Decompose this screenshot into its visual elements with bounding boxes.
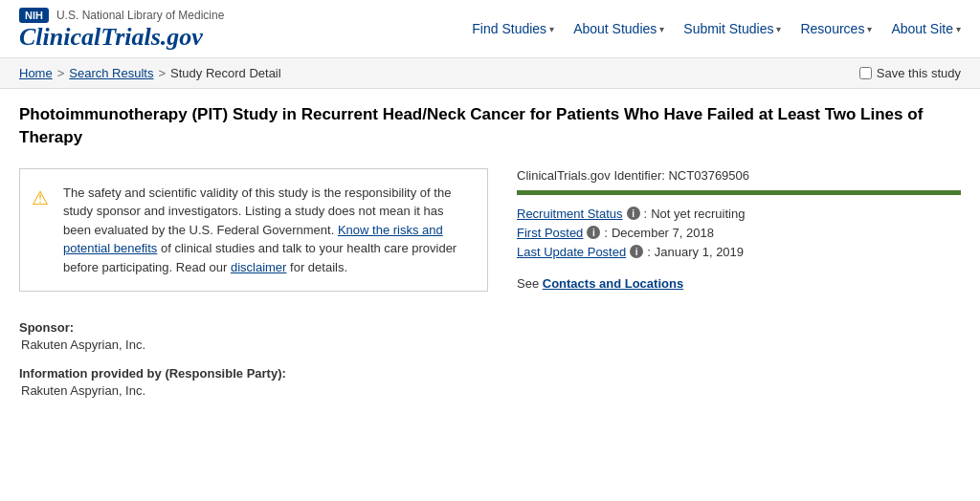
chevron-down-icon: ▾ [956, 24, 961, 34]
first-posted-info-icon[interactable]: i [587, 226, 600, 239]
warning-text-end2: for details. [290, 260, 347, 274]
last-update-label[interactable]: Last Update Posted [517, 245, 626, 259]
nav-about-site[interactable]: About Site ▾ [891, 21, 961, 36]
nav-submit-studies[interactable]: Submit Studies ▾ [683, 21, 781, 36]
disclaimer-link[interactable]: disclaimer [231, 260, 287, 274]
nav-resources[interactable]: Resources ▾ [800, 21, 872, 36]
recruitment-status-label[interactable]: Recruitment Status [517, 207, 623, 221]
status-table: Recruitment Status i : Not yet recruitin… [517, 207, 961, 291]
identifier-number: NCT03769506 [668, 168, 749, 183]
breadcrumb-sep-2: > [158, 66, 166, 80]
sponsor-label: Sponsor: [19, 320, 961, 335]
breadcrumb-bar: Home > Search Results > Study Record Det… [0, 58, 980, 89]
first-posted-row: First Posted i : December 7, 2018 [517, 226, 961, 240]
save-study-checkbox[interactable] [859, 67, 872, 79]
site-title[interactable]: ClinicalTrials.gov [19, 25, 224, 50]
study-title: Photoimmunotherapy (PIT) Study in Recurr… [19, 103, 961, 149]
recruitment-status-value: Not yet recruiting [651, 207, 745, 221]
main-content: Photoimmunotherapy (PIT) Study in Recurr… [0, 89, 980, 426]
site-header: NIH U.S. National Library of Medicine Cl… [0, 0, 980, 58]
responsible-party-value: Rakuten Aspyrian, Inc. [19, 383, 961, 398]
chevron-down-icon: ▾ [659, 24, 664, 34]
last-update-value: January 1, 2019 [655, 245, 744, 259]
warning-icon: ⚠ [32, 184, 49, 212]
contacts-row: See Contacts and Locations [517, 269, 961, 291]
warning-box: ⚠ The safety and scientific validity of … [19, 168, 488, 293]
content-grid: ⚠ The safety and scientific validity of … [19, 168, 961, 293]
sponsor-section: Sponsor: Rakuten Aspyrian, Inc. Informat… [19, 320, 961, 398]
last-update-row: Last Update Posted i : January 1, 2019 [517, 245, 961, 259]
chevron-down-icon: ▾ [867, 24, 872, 34]
responsible-party-label: Information provided by (Responsible Par… [19, 366, 961, 381]
breadcrumb: Home > Search Results > Study Record Det… [19, 66, 281, 80]
last-update-info-icon[interactable]: i [630, 245, 643, 258]
breadcrumb-current: Study Record Detail [170, 66, 281, 80]
breadcrumb-search-results[interactable]: Search Results [69, 66, 153, 80]
identifier-label: ClinicalTrials.gov Identifier: [517, 168, 665, 183]
recruitment-status-row: Recruitment Status i : Not yet recruitin… [517, 207, 961, 221]
recruitment-info-icon[interactable]: i [627, 207, 640, 220]
sponsor-value: Rakuten Aspyrian, Inc. [19, 338, 961, 352]
see-label: See [517, 276, 539, 291]
save-study-label: Save this study [877, 66, 961, 80]
first-posted-value: December 7, 2018 [612, 226, 714, 240]
chevron-down-icon: ▾ [776, 24, 781, 34]
nih-text: U.S. National Library of Medicine [56, 9, 224, 22]
recruitment-bar [517, 190, 961, 195]
ct-identifier: ClinicalTrials.gov Identifier: NCT037695… [517, 168, 961, 183]
contacts-locations-link[interactable]: Contacts and Locations [543, 276, 683, 291]
logo-area: NIH U.S. National Library of Medicine Cl… [19, 8, 224, 50]
nih-badge: NIH [19, 8, 49, 23]
first-posted-label[interactable]: First Posted [517, 226, 583, 240]
nav-about-studies[interactable]: About Studies ▾ [573, 21, 664, 36]
save-study-area[interactable]: Save this study [859, 66, 961, 80]
chevron-down-icon: ▾ [549, 24, 554, 34]
right-panel: ClinicalTrials.gov Identifier: NCT037695… [517, 168, 961, 293]
breadcrumb-sep-1: > [57, 66, 65, 80]
main-nav: Find Studies ▾ About Studies ▾ Submit St… [472, 21, 961, 36]
breadcrumb-home[interactable]: Home [19, 66, 53, 80]
nav-find-studies[interactable]: Find Studies ▾ [472, 21, 554, 36]
